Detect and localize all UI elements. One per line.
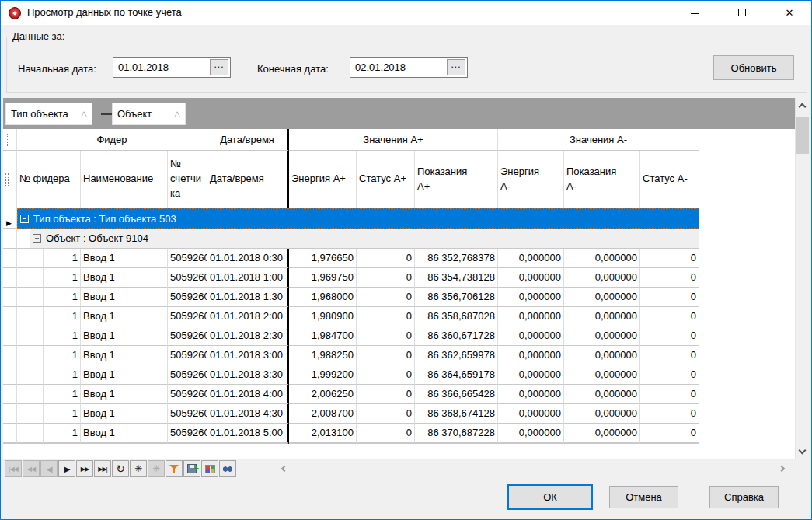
prev-button[interactable]: ◀: [40, 460, 58, 477]
cell[interactable]: Ввод 1: [81, 385, 168, 404]
table-row[interactable]: 1Ввод 1505926001.01.2018 4:002,006250086…: [3, 385, 699, 404]
cell[interactable]: 5059260: [168, 326, 207, 346]
cell[interactable]: 0: [640, 424, 699, 443]
next-page-button[interactable]: ▶▶: [76, 460, 93, 477]
cell[interactable]: Ввод 1: [81, 249, 168, 268]
cell[interactable]: 1: [44, 385, 81, 404]
cell[interactable]: 0: [640, 365, 699, 385]
maximize-button[interactable]: [724, 1, 760, 25]
cell[interactable]: 01.01.2018 3:30: [207, 365, 289, 385]
table-row[interactable]: 1Ввод 1505926001.01.2018 1:001,969750086…: [3, 268, 699, 288]
cell[interactable]: 1: [44, 268, 81, 288]
cell[interactable]: 0: [357, 307, 415, 326]
group-row[interactable]: Объект : Объект 9104: [30, 229, 699, 249]
cell[interactable]: [564, 443, 640, 444]
start-date-input[interactable]: 01.01.2018 ...: [113, 57, 231, 78]
cell[interactable]: 0,000000: [564, 249, 640, 268]
band-values-a-plus[interactable]: Значения А+: [289, 129, 498, 151]
cell[interactable]: 1: [44, 249, 81, 268]
cell[interactable]: 1: [44, 346, 81, 365]
prev-page-button[interactable]: ◀◀: [23, 460, 40, 477]
table-row[interactable]: 1Ввод 1505926001.01.2018 5:002,013100086…: [3, 424, 699, 443]
cell[interactable]: 5059260: [168, 288, 207, 307]
cell[interactable]: 0,000000: [498, 288, 564, 307]
table-row[interactable]: 1Ввод 1505926001.01.2018 2:301,984700086…: [3, 326, 699, 346]
cell[interactable]: 0,000000: [498, 326, 564, 346]
minimize-button[interactable]: [677, 1, 713, 25]
cell[interactable]: 0,000000: [564, 385, 640, 404]
cell[interactable]: 0,000000: [498, 365, 564, 385]
cell[interactable]: 0,000000: [498, 249, 564, 268]
table-row[interactable]: 1Ввод 1505926001.01.2018 2:001,980900086…: [3, 307, 699, 326]
cell[interactable]: 0: [640, 307, 699, 326]
column-header-name[interactable]: Наименование: [81, 151, 168, 208]
cell[interactable]: [640, 443, 699, 444]
scroll-up-button[interactable]: [796, 98, 810, 113]
cancel-edit-button[interactable]: ✳: [148, 460, 165, 477]
cell[interactable]: 0: [357, 326, 415, 346]
cell[interactable]: 1,980900: [289, 307, 357, 326]
cell[interactable]: Ввод 1: [81, 346, 168, 365]
cell[interactable]: 0,000000: [498, 346, 564, 365]
cell[interactable]: 0: [357, 365, 415, 385]
horizontal-scrollbar[interactable]: [271, 461, 795, 476]
cell[interactable]: Ввод 1: [81, 404, 168, 424]
cancel-button[interactable]: Отмена: [609, 486, 678, 508]
cell[interactable]: 5059260: [168, 385, 207, 404]
vertical-scrollbar-thumb[interactable]: [796, 117, 809, 154]
table-row[interactable]: 1Ввод 1505926001.01.2018 3:301,999200086…: [3, 365, 699, 385]
cell[interactable]: 86 362,659978: [415, 346, 498, 365]
cell[interactable]: 86 364,659178: [415, 365, 498, 385]
cell[interactable]: 1,969750: [289, 268, 357, 288]
cell[interactable]: [44, 443, 81, 444]
cell[interactable]: 5059260: [168, 424, 207, 443]
save-button[interactable]: [183, 460, 200, 477]
column-header-meter-no[interactable]: № счетчика: [168, 151, 207, 208]
cell[interactable]: 0,000000: [498, 385, 564, 404]
chevron-left-icon[interactable]: [281, 466, 288, 472]
help-button[interactable]: Справка: [709, 486, 779, 508]
cell[interactable]: 0: [357, 346, 415, 365]
cell[interactable]: 0: [357, 424, 415, 443]
cell[interactable]: 0,000000: [498, 268, 564, 288]
layout-button[interactable]: [201, 460, 218, 477]
column-header-status-a-plus[interactable]: Статус А+: [357, 151, 415, 208]
cell[interactable]: 1: [44, 307, 81, 326]
cell[interactable]: 0: [640, 288, 699, 307]
cell[interactable]: Ввод 1: [81, 365, 168, 385]
cell[interactable]: 5059260: [168, 268, 207, 288]
cell[interactable]: 1: [44, 404, 81, 424]
group-row-object-type[interactable]: ▶ Тип объекта : Тип объекта 503: [3, 208, 699, 229]
cell[interactable]: 0: [640, 385, 699, 404]
cell[interactable]: 0,000000: [564, 268, 640, 288]
cell[interactable]: 0: [640, 326, 699, 346]
cell[interactable]: 0,000000: [564, 288, 640, 307]
cell[interactable]: 01.01.2018 1:30: [207, 288, 289, 307]
cell[interactable]: Ввод 1: [81, 424, 168, 443]
cell[interactable]: 01.01.2018 2:00: [207, 307, 289, 326]
cell[interactable]: 0,000000: [564, 307, 640, 326]
cell[interactable]: 0,000000: [564, 404, 640, 424]
scroll-down-button[interactable]: [796, 444, 810, 459]
column-header-energy-a-minus[interactable]: Энергия А-: [498, 151, 564, 208]
table-row[interactable]: 1Ввод 1505926001.01.2018 0:301,976650086…: [3, 249, 699, 268]
cell[interactable]: 86 352,768378: [415, 249, 498, 268]
cell[interactable]: 0: [640, 249, 699, 268]
cell[interactable]: 86 368,674128: [415, 404, 498, 424]
cell[interactable]: 01.01.2018 5:00: [207, 424, 289, 443]
cell[interactable]: 2,008700: [289, 404, 357, 424]
cell[interactable]: 1,984700: [289, 326, 357, 346]
table-row[interactable]: 1Ввод 1505926001.01.2018 3:001,988250086…: [3, 346, 699, 365]
band-values-a-minus[interactable]: Значения А-: [498, 129, 699, 151]
cell[interactable]: Ввод 1: [81, 268, 168, 288]
cell[interactable]: [168, 443, 207, 444]
collapse-icon[interactable]: [33, 234, 41, 243]
cell[interactable]: 0,000000: [498, 424, 564, 443]
cell[interactable]: 86 366,665428: [415, 385, 498, 404]
cell[interactable]: 0,000000: [564, 424, 640, 443]
cell[interactable]: 0,000000: [498, 404, 564, 424]
cell[interactable]: [81, 443, 168, 444]
cell[interactable]: 1,988250: [289, 346, 357, 365]
band-datetime[interactable]: Дата/время: [207, 129, 289, 151]
column-header-datetime[interactable]: Дата/время: [207, 151, 289, 208]
